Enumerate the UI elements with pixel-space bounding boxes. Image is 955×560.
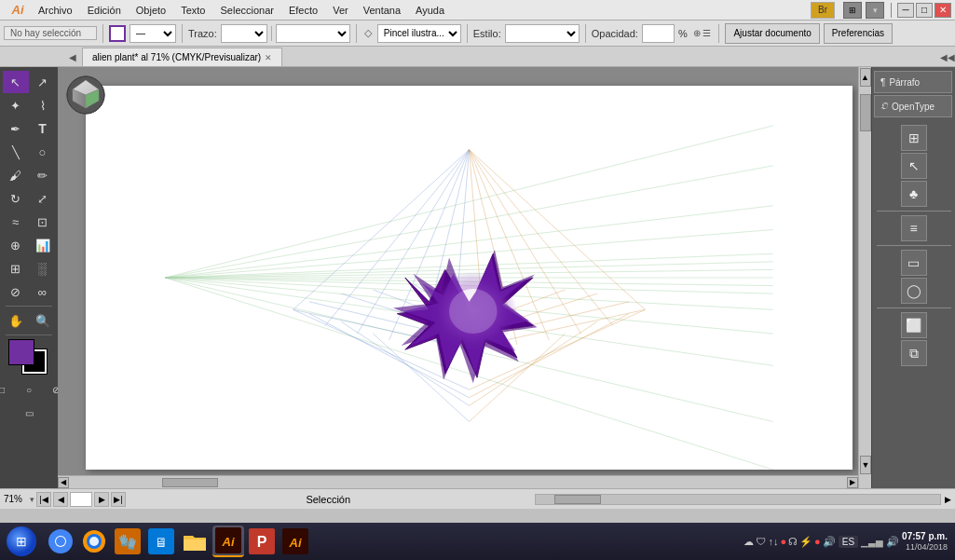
warp-tool[interactable]: ≈ <box>3 211 29 233</box>
taskbar-ai2-icon[interactable]: Ai <box>280 526 311 557</box>
tray-icon-2[interactable]: 🛡 <box>756 536 766 547</box>
page-input[interactable]: 1 <box>70 492 92 507</box>
zoom-tool[interactable]: 🔍 <box>30 309 56 332</box>
menu-edicion[interactable]: Edición <box>81 3 128 18</box>
document-tab[interactable]: alien plant* al 71% (CMYK/Previsualizar)… <box>82 48 282 66</box>
scroll-left-arrow[interactable]: ◀ <box>58 477 69 488</box>
lasso-tool[interactable]: ⌇ <box>30 94 56 116</box>
close-button[interactable]: ✕ <box>935 3 951 18</box>
tray-icon-6[interactable]: ⚡ <box>799 536 812 548</box>
free-transform-tool[interactable]: ⊡ <box>30 211 56 233</box>
dropdown-icon[interactable]: ▾ <box>866 2 884 19</box>
clock-display[interactable]: 07:57 p.m. 11/04/2018 <box>902 530 948 553</box>
horizontal-scrollbar[interactable]: ◀ ▶ <box>58 475 858 488</box>
fill-mode-btn[interactable]: □ <box>0 378 15 401</box>
blend-tool[interactable]: ∞ <box>30 280 56 303</box>
opacidad-input[interactable]: 100 <box>642 24 675 43</box>
vertical-scrollbar[interactable]: ▲ ▼ <box>858 67 871 488</box>
menu-ver[interactable]: Ver <box>326 3 355 18</box>
estilo-select[interactable] <box>505 24 580 43</box>
scroll-thumb-h[interactable] <box>162 478 218 487</box>
mesh-tool[interactable]: ⊞ <box>3 257 29 280</box>
menu-ventana[interactable]: Ventana <box>357 3 407 18</box>
rotate-tool[interactable]: ↻ <box>3 187 29 210</box>
hand-tool[interactable]: ✋ <box>3 309 29 332</box>
tab-close-icon[interactable]: ✕ <box>265 53 272 62</box>
menu-texto[interactable]: Texto <box>174 3 211 18</box>
trazo-select[interactable] <box>221 24 267 43</box>
pincel-select[interactable]: Pincel ilustra... <box>377 24 461 43</box>
menu-ayuda[interactable]: Ayuda <box>409 3 451 18</box>
trazo-value-select[interactable] <box>276 24 350 43</box>
selection-tool[interactable]: ↖ <box>3 71 29 93</box>
gradient-tool[interactable]: ░ <box>30 257 56 280</box>
first-page-btn[interactable]: |◀ <box>36 492 51 507</box>
stroke-mode-btn[interactable]: ○ <box>16 378 42 401</box>
symbol-sprayer-tool[interactable]: ⊕ <box>3 234 29 256</box>
menu-objeto[interactable]: Objeto <box>130 3 172 18</box>
stroke-weight-select[interactable]: — <box>130 24 176 43</box>
tray-icon-3[interactable]: ↑↓ <box>768 536 778 547</box>
menu-archivo[interactable]: Archivo <box>32 3 79 18</box>
language-indicator[interactable]: ES <box>839 536 858 548</box>
h-scroll-thumb-status[interactable] <box>554 495 601 504</box>
panel-layers-icon[interactable]: ⬜ <box>901 312 927 338</box>
scale-tool[interactable]: ⤢ <box>30 187 56 210</box>
last-page-btn[interactable]: ▶| <box>111 492 126 507</box>
tray-icon-7[interactable]: ● <box>814 536 821 547</box>
opentype-panel-btn[interactable]: 𝔒 OpenType <box>874 95 952 117</box>
taskbar-powerpoint-icon[interactable]: P <box>246 526 278 557</box>
start-button[interactable]: ⊞ <box>4 525 39 558</box>
pencil-tool[interactable]: ✏ <box>30 164 56 186</box>
color-indicator[interactable] <box>9 340 48 376</box>
parrafo-panel-btn[interactable]: ¶ Párrafo <box>874 71 952 93</box>
taskbar-illustrator-icon[interactable]: Ai <box>212 526 244 557</box>
next-page-btn[interactable]: ▶ <box>94 492 109 507</box>
stroke-color-swatch[interactable] <box>109 25 126 42</box>
scroll-right-arrow[interactable]: ▶ <box>847 477 858 488</box>
tray-icon-5[interactable]: ☊ <box>788 536 798 548</box>
eyedropper-tool[interactable]: ⊘ <box>3 280 29 303</box>
panel-stack-icon[interactable]: ⧉ <box>901 340 927 366</box>
preferencias-button[interactable]: Preferencias <box>824 23 893 44</box>
scroll-tabs-left[interactable]: ◀ <box>65 48 80 66</box>
panel-rect-icon[interactable]: ▭ <box>901 250 927 276</box>
panel-circle-icon[interactable]: ◯ <box>901 278 927 304</box>
direct-selection-tool[interactable]: ↗ <box>30 71 56 93</box>
status-arrow-right[interactable]: ▶ <box>945 495 951 504</box>
taskbar-folder-icon[interactable] <box>179 526 211 557</box>
paintbrush-tool[interactable]: 🖌 <box>3 164 29 186</box>
orientation-widget[interactable] <box>65 75 106 116</box>
ajustar-documento-button[interactable]: Ajustar documento <box>725 23 819 44</box>
taskbar-explorer-icon[interactable]: 🖥 <box>145 526 177 557</box>
minimize-button[interactable]: ─ <box>897 3 914 18</box>
bridge-btn[interactable]: Br <box>811 2 835 19</box>
taskbar-chrome-icon[interactable] <box>45 526 76 557</box>
panel-heart-icon[interactable]: ♣ <box>901 181 927 207</box>
maximize-button[interactable]: □ <box>916 3 933 18</box>
taskbar-firefox-icon[interactable] <box>78 526 110 557</box>
prev-page-btn[interactable]: ◀ <box>53 492 68 507</box>
zoom-dropdown[interactable]: ▾ <box>30 495 34 504</box>
panel-collapse-icon[interactable]: ◀◀ <box>940 48 955 66</box>
taskbar-glove-icon[interactable]: 🧤 <box>112 526 143 557</box>
none-mode-btn[interactable]: ⊘ <box>43 378 58 401</box>
line-tool[interactable]: ╲ <box>3 141 29 163</box>
foreground-color-swatch[interactable] <box>9 340 34 364</box>
panel-lines-icon[interactable]: ≡ <box>901 215 927 241</box>
tray-icon-4[interactable]: ● <box>780 536 786 547</box>
ellipse-tool[interactable]: ○ <box>30 141 56 163</box>
tray-icon-1[interactable]: ☁ <box>744 536 754 548</box>
column-graph-tool[interactable]: 📊 <box>30 234 56 256</box>
scroll-up-arrow[interactable]: ▲ <box>860 68 871 87</box>
grid-icon[interactable]: ⊞ <box>843 2 862 19</box>
magic-wand-tool[interactable]: ✦ <box>3 94 29 116</box>
pen-tool[interactable]: ✒ <box>3 117 29 140</box>
volume-icon[interactable]: 🔊 <box>886 536 899 548</box>
menu-efecto[interactable]: Efecto <box>282 3 324 18</box>
screen-mode-btn[interactable]: ▭ <box>16 402 42 424</box>
panel-cursor-icon[interactable]: ↖ <box>901 153 927 179</box>
menu-seleccionar[interactable]: Seleccionar <box>213 3 280 18</box>
panel-grid-icon[interactable]: ⊞ <box>901 125 927 151</box>
scroll-thumb-v[interactable] <box>860 94 871 131</box>
